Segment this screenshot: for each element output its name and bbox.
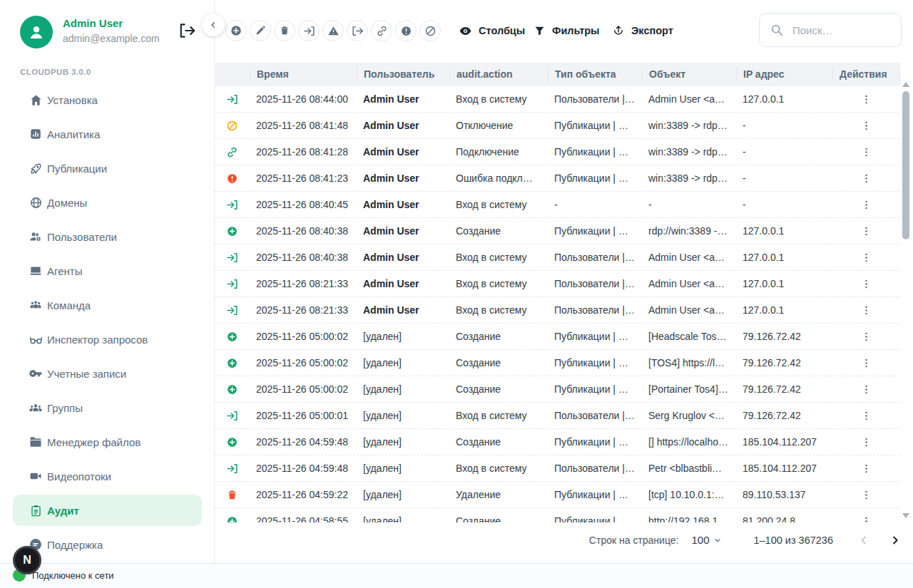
cell-object-type: Публикации | … <box>548 515 642 522</box>
cell-ip: - <box>736 120 832 131</box>
sidebar-item-agents[interactable]: Агенты <box>0 254 214 288</box>
row-menu-button[interactable] <box>832 331 900 343</box>
table-row[interactable]: 2025-11-26 04:58:55 [удален] Создание Пу… <box>214 508 900 522</box>
column-header-action[interactable]: audit.action <box>449 68 548 81</box>
sidebar-item-setup[interactable]: Установка <box>0 83 214 117</box>
rocket-icon <box>27 162 44 175</box>
sidebar-item-video-streams[interactable]: Видеопотоки <box>0 459 214 493</box>
cell-time: 2025-11-26 05:00:02 <box>250 383 357 395</box>
row-menu-button[interactable] <box>832 172 900 185</box>
floating-n-button[interactable]: N <box>13 546 41 574</box>
cell-user: Admin User <box>357 199 449 210</box>
table-row[interactable]: 2025-11-26 04:59:22 [удален] Удаление Пу… <box>214 482 900 508</box>
table-row[interactable]: 2025-11-26 05:00:01 [удален] Вход в сист… <box>214 403 900 429</box>
sidebar-item-publications[interactable]: Публикации <box>0 151 214 185</box>
row-menu-button[interactable] <box>832 410 900 422</box>
table-row[interactable]: 2025-11-26 05:00:02 [удален] Создание Пу… <box>214 376 900 403</box>
column-header-ip[interactable]: IP адрес <box>736 68 832 81</box>
row-menu-button[interactable] <box>832 463 900 475</box>
row-menu-button[interactable] <box>832 225 900 237</box>
chevron-left-icon <box>208 19 219 31</box>
sidebar-collapse-button[interactable] <box>202 14 225 36</box>
table-row[interactable]: 2025-11-26 08:41:23 Admin User Ошибка по… <box>214 165 900 192</box>
next-page-button[interactable] <box>889 534 902 547</box>
columns-button[interactable]: Столбцы <box>459 22 525 39</box>
row-menu-button[interactable] <box>832 93 900 105</box>
row-menu-button[interactable] <box>832 436 900 448</box>
table-row[interactable]: 2025-11-26 08:40:38 Admin User Вход в си… <box>214 244 900 271</box>
table-row[interactable]: 2025-11-26 08:40:45 Admin User Вход в си… <box>214 192 900 218</box>
kebab-icon <box>860 172 872 185</box>
search-input[interactable] <box>791 24 887 37</box>
cell-time: 2025-11-26 08:40:45 <box>250 199 357 210</box>
cell-object: Admin User <a… <box>642 93 736 105</box>
table-row[interactable]: 2025-11-26 08:21:33 Admin User Вход в си… <box>214 271 900 297</box>
scrollbar-up-icon[interactable] <box>902 81 910 88</box>
table-row[interactable]: 2025-11-26 05:00:02 [удален] Создание Пу… <box>214 350 900 376</box>
sidebar-item-file-manager[interactable]: Менеджер файлов <box>0 425 214 459</box>
kebab-icon <box>860 463 872 475</box>
scrollbar-thumb[interactable] <box>902 91 909 239</box>
sidebar-item-domains[interactable]: Домены <box>0 185 214 220</box>
warning-filter-button[interactable] <box>322 20 344 41</box>
login-icon <box>226 199 238 211</box>
row-menu-button[interactable] <box>832 252 900 264</box>
ban-filter-button[interactable] <box>419 20 441 41</box>
rows-per-page-select[interactable]: 100 <box>691 534 722 546</box>
logout-icon[interactable] <box>178 21 197 40</box>
row-event-icon-cell <box>214 199 250 211</box>
cell-object: Admin User <a… <box>642 252 736 263</box>
add-button[interactable] <box>225 20 247 41</box>
export-button[interactable]: Экспорт <box>612 22 673 39</box>
delete-button[interactable] <box>274 20 295 41</box>
sidebar-item-analytics[interactable]: Аналитика <box>0 117 214 151</box>
audit-page: Admin User admin@example.com CLOUDPUB 3.… <box>0 0 913 588</box>
ban-icon <box>424 25 437 37</box>
error-filter-button[interactable] <box>395 20 417 41</box>
scrollbar-down-icon[interactable] <box>902 512 910 520</box>
table-row[interactable]: 2025-11-26 08:44:00 Admin User Вход в си… <box>214 86 900 113</box>
row-menu-button[interactable] <box>832 120 900 132</box>
cell-object: win:3389 -> rdp… <box>642 172 736 184</box>
row-menu-button[interactable] <box>832 304 900 316</box>
cell-object-type: Публикации | … <box>548 357 642 368</box>
kebab-icon <box>860 146 872 158</box>
column-header-object-type[interactable]: Тип объекта <box>548 68 642 81</box>
filters-button[interactable]: Фильтры <box>534 22 599 39</box>
row-menu-button[interactable] <box>832 489 900 501</box>
row-menu-button[interactable] <box>832 199 900 211</box>
sidebar-item-audit[interactable]: Аудит <box>0 493 214 527</box>
chevron-down-icon <box>713 536 722 545</box>
sidebar-item-users[interactable]: Пользователи <box>0 220 214 254</box>
cell-ip: 79.126.72.42 <box>736 331 832 342</box>
column-header-time[interactable]: Время <box>250 68 357 81</box>
row-menu-button[interactable] <box>832 515 900 523</box>
prev-page-button[interactable] <box>857 534 870 547</box>
sidebar-item-label: Аналитика <box>47 128 100 140</box>
cell-action: Создание <box>449 515 548 522</box>
table-row[interactable]: 2025-11-26 08:41:48 Admin User Отключени… <box>214 113 900 139</box>
sidebar-item-groups[interactable]: Группы <box>0 391 214 425</box>
table-row[interactable]: 2025-11-26 08:41:28 Admin User Подключен… <box>214 139 900 165</box>
row-menu-button[interactable] <box>832 357 900 369</box>
column-header-object[interactable]: Объект <box>642 68 736 81</box>
kebab-icon <box>860 225 872 237</box>
column-header-user[interactable]: Пользователь <box>357 68 449 81</box>
logout-filter-button[interactable] <box>347 20 368 41</box>
row-menu-button[interactable] <box>832 383 900 396</box>
edit-button[interactable] <box>250 20 271 41</box>
link-filter-button[interactable] <box>371 20 392 41</box>
login-filter-button[interactable] <box>298 20 320 41</box>
row-menu-button[interactable] <box>832 278 900 290</box>
table-row[interactable]: 2025-11-26 04:59:48 [удален] Создание Пу… <box>214 429 900 455</box>
table-row[interactable]: 2025-11-26 08:21:33 Admin User Вход в си… <box>214 297 900 324</box>
sidebar-item-request-inspector[interactable]: Инспектор запросов <box>0 322 214 356</box>
cell-object: [TOS4] https://l… <box>642 357 736 368</box>
table-row[interactable]: 2025-11-26 05:00:02 [удален] Создание Пу… <box>214 324 900 350</box>
sidebar-item-accounts[interactable]: Учетные записи <box>0 356 214 391</box>
table-row[interactable]: 2025-11-26 08:40:38 Admin User Создание … <box>214 218 900 244</box>
row-event-icon-cell <box>214 463 250 475</box>
sidebar-item-team[interactable]: Команда <box>0 288 214 322</box>
table-row[interactable]: 2025-11-26 04:59:48 [удален] Вход в сист… <box>214 455 900 482</box>
row-menu-button[interactable] <box>832 146 900 158</box>
